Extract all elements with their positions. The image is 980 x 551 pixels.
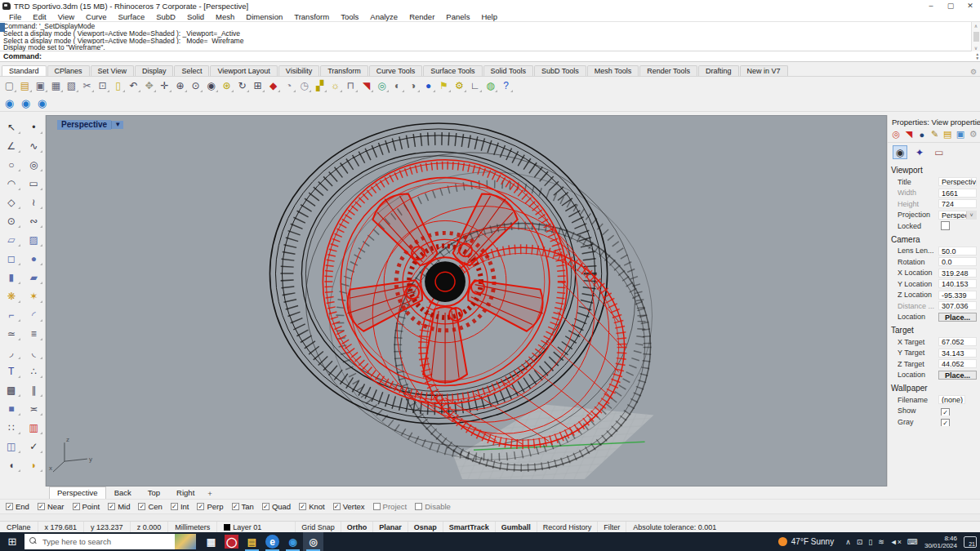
- lasso-icon[interactable]: ◗: [23, 455, 46, 474]
- status-toggle[interactable]: Osnap: [408, 522, 443, 532]
- command-prompt[interactable]: Command: ▴▾: [0, 51, 980, 62]
- point-icon[interactable]: •: [23, 118, 46, 136]
- property-value[interactable]: [938, 221, 977, 230]
- keyboard-icon[interactable]: ⌨: [907, 538, 918, 546]
- osnap-checkbox[interactable]: ✓ Near: [38, 502, 65, 511]
- toolbar-group-tab[interactable]: Viewport Layout: [210, 65, 277, 76]
- menu-item[interactable]: Render: [403, 12, 440, 21]
- property-value[interactable]: [938, 407, 977, 415]
- rhino-app-icon[interactable]: ◎: [303, 532, 323, 551]
- osnap-checkbox[interactable]: ✓ Quad: [262, 502, 291, 511]
- boolean-icon[interactable]: ❋: [0, 287, 23, 305]
- minimize-button[interactable]: –: [921, 2, 941, 10]
- checkbox-icon[interactable]: ✓: [38, 503, 45, 510]
- toolbar-group-tab[interactable]: SubD Tools: [534, 65, 586, 76]
- task-view-icon[interactable]: ▦: [201, 532, 221, 551]
- pan-icon[interactable]: ✥: [141, 78, 157, 93]
- toolbar-group-tab[interactable]: Select: [174, 65, 209, 76]
- checkbox-icon[interactable]: ✓: [73, 503, 80, 510]
- osnap-checkbox[interactable]: ✓ Tan: [232, 502, 254, 511]
- add-viewport-tab-button[interactable]: +: [203, 488, 217, 499]
- flag-icon[interactable]: ⚑: [436, 78, 452, 93]
- viewport-tab[interactable]: Right: [168, 487, 203, 499]
- units-label[interactable]: Millimeters: [168, 522, 217, 532]
- close-button[interactable]: ✕: [960, 2, 980, 10]
- blend-curve-icon[interactable]: ◟: [23, 343, 46, 362]
- property-value[interactable]: 724: [938, 199, 977, 208]
- menu-item[interactable]: Transform: [288, 12, 335, 21]
- control-point-curve-icon[interactable]: ∿: [23, 136, 46, 155]
- checkbox-icon[interactable]: ✓: [108, 503, 115, 510]
- new-file-icon[interactable]: ▢: [2, 78, 17, 93]
- osnap-checkbox[interactable]: ✓ Cen: [138, 502, 162, 511]
- osnap-checkbox[interactable]: ✓ Int: [171, 502, 189, 511]
- wallpaper-properties-icon[interactable]: ▭: [932, 145, 947, 159]
- viewport-layout-icon[interactable]: ⊞: [250, 78, 265, 93]
- menu-item[interactable]: File: [3, 12, 27, 21]
- property-value[interactable]: Perspecti...: [938, 211, 977, 220]
- blue-dial-icon-3[interactable]: ◉: [35, 96, 49, 109]
- osnap-checkbox[interactable]: ✓ Vertex: [333, 502, 365, 511]
- checkbox-icon[interactable]: ✓: [6, 503, 13, 510]
- paste-icon[interactable]: ▯: [110, 78, 126, 93]
- fillet-curve-icon[interactable]: ◞: [0, 343, 23, 362]
- menu-item[interactable]: Dimension: [240, 12, 288, 21]
- toolbar-group-tab[interactable]: Surface Tools: [423, 65, 482, 76]
- toolbar-group-tab[interactable]: Drafting: [698, 65, 739, 76]
- opera-icon[interactable]: ◯: [221, 532, 242, 551]
- set-view-icon[interactable]: ◔: [281, 78, 296, 93]
- explode-icon[interactable]: ✶: [23, 287, 46, 305]
- toolbar-group-tab[interactable]: Display: [135, 65, 174, 76]
- perspective-viewport[interactable]: z y x: [46, 115, 887, 487]
- menu-item[interactable]: Edit: [27, 12, 51, 21]
- menu-item[interactable]: Panels: [440, 12, 475, 21]
- blue-dial-icon-1[interactable]: ◉: [2, 96, 16, 109]
- property-value[interactable]: 67.052: [938, 337, 977, 346]
- start-button[interactable]: ⊞: [0, 532, 24, 551]
- surface-patch-icon[interactable]: ▱: [0, 230, 23, 249]
- status-toggle[interactable]: Planar: [373, 522, 408, 532]
- wifi-icon[interactable]: ≋: [878, 538, 884, 546]
- checkbox-icon[interactable]: ✓: [171, 503, 178, 510]
- copy-icon[interactable]: ⊡: [95, 78, 110, 93]
- property-value[interactable]: 34.143: [938, 349, 977, 358]
- menu-item[interactable]: Help: [475, 12, 503, 21]
- search-input[interactable]: Type here to search: [24, 534, 196, 549]
- box-icon[interactable]: ◻: [0, 249, 23, 268]
- scroll-down-icon[interactable]: ∨: [974, 45, 978, 51]
- maximize-button[interactable]: ▢: [941, 2, 960, 10]
- toolbar-group-tab[interactable]: New in V7: [740, 65, 788, 76]
- viewport-title[interactable]: Perspective: [57, 120, 111, 130]
- notification-center-button[interactable]: 21: [964, 536, 977, 548]
- undo-icon[interactable]: ↶: [126, 78, 141, 93]
- select-arrow-icon[interactable]: ↖: [0, 118, 23, 136]
- osnap-checkbox[interactable]: ✓ Perp: [197, 502, 223, 511]
- shaded-viewport-icon[interactable]: ◆: [265, 78, 281, 93]
- material-icon[interactable]: ▥: [23, 418, 46, 437]
- array-icon[interactable]: ∷: [0, 418, 23, 437]
- phone-icon[interactable]: ▯: [868, 538, 872, 546]
- file-explorer-icon[interactable]: ▤: [242, 532, 262, 551]
- cut-icon[interactable]: ✂: [79, 78, 95, 93]
- property-value[interactable]: 0.0: [938, 257, 977, 266]
- polyline-icon[interactable]: ∠: [0, 136, 23, 155]
- loft-icon[interactable]: ▨: [23, 230, 46, 249]
- points-on-icon[interactable]: ∴: [23, 362, 46, 380]
- edge-icon[interactable]: e: [262, 532, 283, 551]
- osnap-checkbox[interactable]: Project: [373, 502, 408, 511]
- property-value[interactable]: (none): [938, 395, 965, 404]
- point-circle-icon[interactable]: ⊙: [0, 211, 23, 230]
- status-toggle[interactable]: SmartTrack: [443, 522, 496, 532]
- fillet-edge-icon[interactable]: ◜: [23, 305, 46, 324]
- toolbar-group-tab[interactable]: Mesh Tools: [587, 65, 639, 76]
- block-icon[interactable]: ▩: [0, 380, 23, 399]
- named-view-icon[interactable]: ◷: [296, 78, 312, 93]
- osnap-checkbox[interactable]: ✓ Knot: [299, 502, 325, 511]
- status-toggle[interactable]: Ortho: [341, 522, 374, 532]
- dimension-tool-icon[interactable]: ≍: [23, 399, 46, 418]
- menu-item[interactable]: Surface: [112, 12, 150, 21]
- property-value[interactable]: Perspective: [938, 177, 977, 186]
- viewport-tab[interactable]: Back: [106, 487, 140, 499]
- menu-item[interactable]: SubD: [150, 12, 181, 21]
- property-value[interactable]: Place...: [938, 313, 977, 322]
